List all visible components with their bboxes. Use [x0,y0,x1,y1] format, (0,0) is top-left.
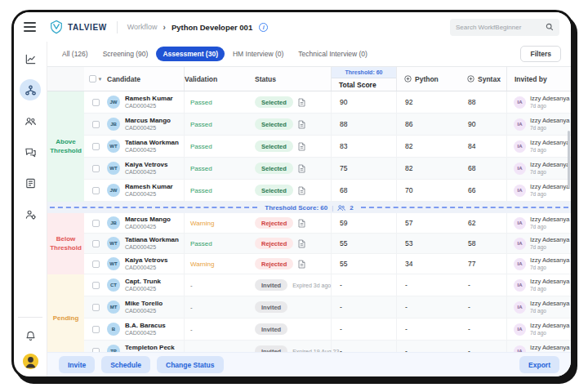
row-checkbox[interactable] [92,165,100,172]
table-row[interactable]: TPTempleton PeckCAD000425-InvitedExpired… [84,341,571,352]
candidate-avatar: JB [107,216,120,229]
column-header-total-score[interactable]: Threshold: 60 Total Score [332,67,397,91]
table-row[interactable]: CTCapt. TrunkCAD000425-InvitedExpired 3d… [84,274,571,296]
report-document-icon[interactable] [298,98,305,107]
app-window: TALVIEW Workflow › Python Developer 001 … [11,10,573,379]
report-document-icon[interactable] [298,219,305,228]
table-row[interactable]: JBMarcus MangoCAD000425PassedSelected888… [84,114,571,136]
python-score-value: - [397,274,460,296]
reports-document-icon[interactable] [20,172,41,194]
status-badge: Selected [255,185,293,196]
breadcrumb-section[interactable]: Workflow [127,23,158,31]
tab-assessment-30[interactable]: Assessment (30) [156,47,225,61]
column-header-invited-by[interactable]: Invited by [507,67,571,91]
search-icon[interactable] [546,23,554,31]
table-row[interactable]: JBMarcus MangoCAD000425WarningRejected59… [84,213,571,234]
row-checkbox[interactable] [92,220,100,227]
candidate-name: Marcus Mango [125,117,171,125]
report-document-icon[interactable] [298,142,305,151]
export-button[interactable]: Export [519,356,559,373]
inviter-avatar: IA [514,238,526,250]
row-checkbox[interactable] [92,261,100,268]
circled-plus-icon [467,75,474,82]
circled-plus-icon [404,75,412,82]
info-icon[interactable]: i [259,23,268,32]
threshold-chip[interactable]: Threshold: 60 [332,67,396,78]
change-status-button[interactable]: Change Status [157,356,224,373]
tab-technical-interview-0[interactable]: Technical Interview (0) [292,47,374,61]
table-row[interactable]: MTMike TorelloCAD000425-Invited---IAIzzy… [84,296,571,318]
column-header-python[interactable]: Python [397,67,460,91]
section-label-below: BelowThreshold [47,213,84,274]
table-row[interactable]: WTTatiana WorkmanCAD000425PassedSelected… [84,136,571,158]
report-document-icon[interactable] [298,260,305,269]
select-all-checkbox[interactable] [89,75,96,82]
report-document-icon[interactable] [298,164,305,173]
notifications-bell-icon[interactable] [20,325,41,346]
report-document-icon[interactable] [298,186,305,195]
row-checkbox[interactable] [92,143,100,150]
row-checkbox[interactable] [92,121,100,128]
candidates-group-icon[interactable] [20,110,41,131]
column-header-validation[interactable]: Validation [185,67,243,91]
row-checkbox[interactable] [92,348,100,353]
candidate-avatar: JW [107,184,120,197]
candidate-id: CAD000425 [125,103,173,110]
tab-hm-interview-0[interactable]: HM Interview (0) [226,47,290,61]
table-row[interactable]: WTKaiya VetrovsCAD000425WarningRejected5… [84,254,571,274]
divider [18,317,42,318]
column-header-status[interactable]: Status [243,67,332,91]
threshold-divider: Threshold Score: 60|2 [47,202,571,213]
invited-time: 7d ago [530,169,569,176]
menu-icon[interactable] [24,22,36,32]
candidate-id: CAD000425 [125,308,163,315]
candidate-avatar: JW [107,96,120,109]
column-header-candidate[interactable]: Candidate [107,67,185,91]
row-checkbox[interactable] [92,304,100,311]
syntax-score-value: 68 [460,158,507,179]
table-row[interactable]: JWRamesh KumarCAD000425PassedSelected909… [84,91,571,114]
row-checkbox[interactable] [92,240,100,247]
vertical-scrollbar[interactable] [568,131,570,188]
tab-screening-90[interactable]: Screening (90) [96,47,155,61]
invite-button[interactable]: Invite [59,356,95,373]
candidate-name: Kaiya Vetrovs [125,256,167,265]
column-header-syntax[interactable]: Syntax [460,67,507,91]
syntax-score-value: 66 [460,180,507,201]
total-score-value: 59 [332,213,397,233]
python-score-value: 92 [397,91,460,113]
inviter-avatar: IA [514,217,526,229]
tab-all-126[interactable]: All (126) [56,47,95,61]
invited-time: 7d ago [530,308,569,314]
schedule-button[interactable]: Schedule [101,356,150,373]
user-avatar[interactable] [23,354,38,369]
dashed-line [361,207,568,208]
chevron-down-icon[interactable]: ▼ [98,77,103,82]
bulk-action-bar: Invite Schedule Change Status Export [47,352,571,376]
stage-tabs-bar: All (126)Screening (90)Assessment (30)HM… [47,42,571,66]
search-input[interactable] [456,24,542,31]
row-checkbox[interactable] [92,326,100,333]
user-management-icon[interactable] [20,203,41,225]
inviter-name: Izzy Adesanya [530,95,569,102]
total-score-value: 55 [332,234,397,253]
workflow-org-icon[interactable] [20,79,41,100]
row-checkbox[interactable] [92,282,100,289]
table-row[interactable]: WTTatiana WorkmanCAD000425PassedRejected… [84,234,571,254]
table-row[interactable]: WTKaiya VetrovsCAD000425PassedSelected75… [84,158,571,180]
row-checkbox[interactable] [92,99,100,106]
table-section-above: AboveThresholdJWRamesh KumarCAD000425Pas… [47,91,571,202]
invited-time: 7d ago [530,286,569,292]
analytics-chart-icon[interactable] [20,48,41,69]
filters-button[interactable]: Filters [520,46,561,62]
report-document-icon[interactable] [298,120,305,129]
inviter-avatar: IA [514,185,526,197]
syntax-score-value: - [460,296,507,318]
row-checkbox[interactable] [92,187,100,194]
report-document-icon[interactable] [298,239,305,248]
table-row[interactable]: JWRamesh KumarCAD000425PassedSelected687… [84,180,571,202]
table-row[interactable]: BB.A. BaracusCAD000425-Invited---IAIzzy … [84,318,571,341]
python-score-value: 53 [397,234,460,253]
messages-chat-icon[interactable] [20,141,41,163]
candidate-name: Ramesh Kumar [125,183,173,191]
